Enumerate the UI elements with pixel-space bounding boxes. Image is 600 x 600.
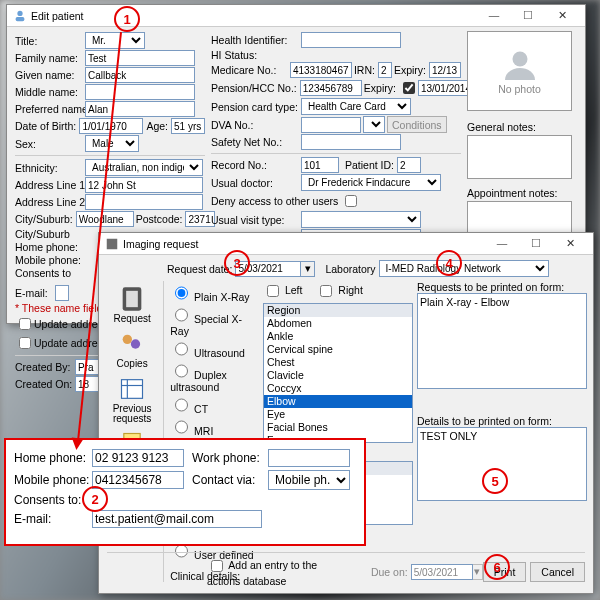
modality-plain-x-ray[interactable]: Plain X-Ray: [170, 282, 259, 303]
imaging-title: Imaging request: [123, 238, 485, 250]
update-address-check1[interactable]: [19, 318, 31, 330]
given-label: Given name:: [15, 69, 85, 81]
person-icon: [502, 47, 538, 83]
nav-copies[interactable]: Copies: [105, 328, 159, 371]
photo-box[interactable]: No photo: [467, 31, 572, 111]
record-input[interactable]: [301, 157, 339, 173]
middle-input[interactable]: [85, 84, 195, 100]
region-list[interactable]: Region AbdomenAnkleCervical spineChestCl…: [263, 303, 413, 443]
pension-input[interactable]: [300, 80, 362, 96]
region-item[interactable]: Facial Bones: [264, 421, 412, 434]
right-check[interactable]: Right: [316, 282, 362, 300]
safety-input[interactable]: [301, 134, 401, 150]
preferred-input[interactable]: [85, 101, 195, 117]
exp1-input[interactable]: [429, 62, 461, 78]
city-label: City/Suburb:: [15, 213, 76, 225]
irn-input[interactable]: [378, 62, 392, 78]
modality-special-x-ray[interactable]: Special X-Ray: [170, 304, 259, 337]
dva-input[interactable]: [301, 117, 361, 133]
middle-label: Middle name:: [15, 86, 85, 98]
ov-mob-input[interactable]: [92, 471, 184, 489]
edit-titlebar: Edit patient — ☐ ✕: [7, 5, 585, 27]
email-label: E-mail:: [15, 287, 55, 299]
histat-label: HI Status:: [211, 49, 301, 61]
hid-label: Health Identifier:: [211, 34, 301, 46]
imaging-close-button[interactable]: ✕: [553, 235, 587, 253]
ov-contact-label: Contact via:: [192, 473, 268, 487]
dva-select[interactable]: [363, 116, 385, 133]
sex-label: Sex:: [15, 138, 85, 150]
lab-select[interactable]: I-MED Radiology Network: [379, 260, 549, 277]
region-item[interactable]: Clavicle: [264, 369, 412, 382]
modality-mri[interactable]: MRI: [170, 416, 259, 437]
exp2-input[interactable]: [418, 80, 474, 96]
pid-input[interactable]: [397, 157, 421, 173]
ethnicity-label: Ethnicity:: [15, 162, 85, 174]
modality-duplex-ultrasound[interactable]: Duplex ultrasound: [170, 360, 259, 393]
forms-column: Requests to be printed on form: Plain X-…: [417, 281, 587, 582]
exp2-check[interactable]: [403, 82, 415, 94]
age-label: Age:: [146, 120, 171, 132]
region-item[interactable]: Coccyx: [264, 382, 412, 395]
visit-select[interactable]: [301, 211, 421, 228]
conditions-button[interactable]: Conditions: [387, 116, 447, 133]
sex-select[interactable]: Male: [85, 135, 139, 152]
irn-label: IRN:: [354, 64, 378, 76]
medicare-input[interactable]: [290, 62, 352, 78]
pcard-label: Pension card type:: [211, 101, 301, 113]
left-check[interactable]: Left: [263, 282, 302, 300]
requests-form-box[interactable]: Plain X-ray - Elbow: [417, 293, 587, 389]
nav-request[interactable]: Request: [105, 283, 159, 326]
add-actions-check[interactable]: Add an entry to the actions database: [207, 557, 341, 587]
doctor-select[interactable]: Dr Frederick Findacure: [301, 174, 441, 191]
city-input[interactable]: [76, 211, 134, 227]
hid-input[interactable]: [301, 32, 401, 48]
ov-email-label: E-mail:: [14, 512, 92, 526]
region-item[interactable]: Eye: [264, 408, 412, 421]
email-input[interactable]: [55, 285, 69, 301]
minimize-button[interactable]: —: [477, 7, 511, 25]
title-select[interactable]: Mr.: [85, 32, 145, 49]
callout-6: 6: [484, 554, 510, 580]
given-input[interactable]: [85, 67, 195, 83]
addr2-label: Address Line 2:: [15, 196, 85, 208]
due-calendar-icon[interactable]: ▾: [473, 564, 483, 580]
cancel-button[interactable]: Cancel: [530, 562, 585, 582]
nav-previous-requests[interactable]: Previous requests: [105, 373, 159, 426]
region-item[interactable]: Elbow: [264, 395, 412, 408]
svg-point-0: [17, 10, 22, 15]
createdon-label: Created On:: [15, 378, 75, 390]
region-item[interactable]: Ankle: [264, 330, 412, 343]
svg-point-6: [123, 335, 132, 344]
safety-label: Safety Net No.:: [211, 136, 301, 148]
maximize-button[interactable]: ☐: [511, 7, 545, 25]
modality-ct[interactable]: CT: [170, 394, 259, 415]
ov-home-input[interactable]: [92, 449, 184, 467]
ethnicity-select[interactable]: Australian, non indigenous: [85, 159, 203, 176]
family-input[interactable]: [85, 50, 195, 66]
general-notes[interactable]: [467, 135, 572, 179]
exp1-label: Expiry:: [394, 64, 429, 76]
imaging-min-button[interactable]: —: [485, 235, 519, 253]
modality-ultrasound[interactable]: Ultrasound: [170, 338, 259, 359]
update-address-check2[interactable]: [19, 337, 31, 349]
calendar-icon[interactable]: ▾: [301, 261, 315, 277]
region-item[interactable]: Abdomen: [264, 317, 412, 330]
mobph-label: Mobile phone:: [15, 254, 85, 266]
family-label: Family name:: [15, 52, 85, 64]
deny-check[interactable]: [345, 195, 357, 207]
ov-work-input[interactable]: [268, 449, 350, 467]
ov-email-input[interactable]: [92, 510, 262, 528]
age-input[interactable]: [171, 118, 205, 134]
due-input[interactable]: [411, 564, 473, 580]
pcard-select[interactable]: Health Care Card: [301, 98, 411, 115]
createdon-input[interactable]: [75, 376, 99, 392]
imaging-max-button[interactable]: ☐: [519, 235, 553, 253]
region-item[interactable]: Cervical spine: [264, 343, 412, 356]
ov-contact-select[interactable]: Mobile ph.: [268, 470, 350, 490]
imaging-titlebar: Imaging request — ☐ ✕: [99, 233, 593, 255]
svg-point-2: [512, 52, 527, 67]
close-button[interactable]: ✕: [545, 7, 579, 25]
region-item[interactable]: Chest: [264, 356, 412, 369]
svg-point-7: [131, 339, 140, 348]
